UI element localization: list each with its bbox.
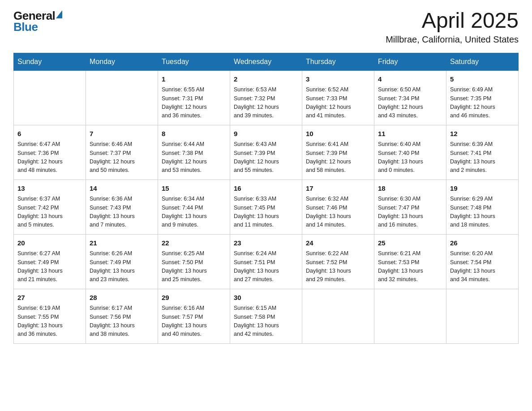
calendar-cell: 26Sunrise: 6:20 AM Sunset: 7:54 PM Dayli…	[446, 234, 519, 289]
day-info: Sunrise: 6:29 AM Sunset: 7:48 PM Dayligh…	[450, 195, 515, 230]
weekday-header-friday: Friday	[374, 53, 446, 70]
calendar-cell	[302, 289, 374, 343]
calendar-week-row: 27Sunrise: 6:19 AM Sunset: 7:55 PM Dayli…	[14, 289, 519, 343]
calendar-cell: 18Sunrise: 6:30 AM Sunset: 7:47 PM Dayli…	[374, 180, 446, 234]
day-info: Sunrise: 6:15 AM Sunset: 7:58 PM Dayligh…	[234, 304, 298, 339]
logo-triangle-icon	[56, 10, 62, 18]
calendar-cell	[14, 70, 86, 125]
weekday-header-sunday: Sunday	[14, 53, 86, 70]
day-info: Sunrise: 6:16 AM Sunset: 7:57 PM Dayligh…	[162, 304, 226, 339]
page-header: General Blue April 2025 Millbrae, Califo…	[13, 9, 519, 45]
weekday-header-wednesday: Wednesday	[230, 53, 302, 70]
day-number: 22	[162, 238, 226, 248]
calendar-cell: 9Sunrise: 6:43 AM Sunset: 7:39 PM Daylig…	[230, 125, 302, 180]
weekday-header-thursday: Thursday	[302, 53, 374, 70]
calendar-cell: 27Sunrise: 6:19 AM Sunset: 7:55 PM Dayli…	[14, 289, 86, 343]
day-number: 1	[162, 74, 226, 85]
day-info: Sunrise: 6:21 AM Sunset: 7:53 PM Dayligh…	[378, 249, 442, 284]
weekday-header-saturday: Saturday	[446, 53, 519, 70]
day-info: Sunrise: 6:17 AM Sunset: 7:56 PM Dayligh…	[90, 304, 154, 339]
day-info: Sunrise: 6:40 AM Sunset: 7:40 PM Dayligh…	[378, 140, 442, 175]
day-info: Sunrise: 6:26 AM Sunset: 7:49 PM Dayligh…	[90, 249, 154, 284]
day-number: 21	[90, 238, 154, 248]
calendar-cell: 21Sunrise: 6:26 AM Sunset: 7:49 PM Dayli…	[86, 234, 158, 289]
day-info: Sunrise: 6:27 AM Sunset: 7:49 PM Dayligh…	[17, 249, 82, 284]
calendar-week-row: 1Sunrise: 6:55 AM Sunset: 7:31 PM Daylig…	[14, 70, 519, 125]
calendar-table: SundayMondayTuesdayWednesdayThursdayFrid…	[13, 53, 519, 344]
day-number: 17	[306, 184, 370, 194]
location-title: Millbrae, California, United States	[386, 34, 519, 45]
day-number: 30	[234, 293, 298, 303]
day-info: Sunrise: 6:32 AM Sunset: 7:46 PM Dayligh…	[306, 195, 370, 230]
calendar-cell	[374, 289, 446, 343]
day-number: 16	[234, 184, 298, 194]
day-number: 27	[17, 293, 82, 303]
day-number: 2	[234, 74, 298, 85]
calendar-cell: 10Sunrise: 6:41 AM Sunset: 7:39 PM Dayli…	[302, 125, 374, 180]
calendar-cell: 12Sunrise: 6:39 AM Sunset: 7:41 PM Dayli…	[446, 125, 519, 180]
day-number: 9	[234, 129, 298, 139]
calendar-cell	[446, 289, 519, 343]
day-info: Sunrise: 6:46 AM Sunset: 7:37 PM Dayligh…	[90, 140, 154, 175]
day-number: 14	[90, 184, 154, 194]
calendar-cell: 7Sunrise: 6:46 AM Sunset: 7:37 PM Daylig…	[86, 125, 158, 180]
calendar-cell	[86, 70, 158, 125]
day-number: 12	[450, 129, 515, 139]
weekday-header-tuesday: Tuesday	[158, 53, 230, 70]
day-number: 23	[234, 238, 298, 248]
day-number: 20	[17, 238, 82, 248]
day-info: Sunrise: 6:24 AM Sunset: 7:51 PM Dayligh…	[234, 249, 298, 284]
weekday-header-monday: Monday	[86, 53, 158, 70]
day-number: 25	[378, 238, 442, 248]
day-number: 28	[90, 293, 154, 303]
day-info: Sunrise: 6:36 AM Sunset: 7:43 PM Dayligh…	[90, 195, 154, 230]
day-number: 18	[378, 184, 442, 194]
day-info: Sunrise: 6:55 AM Sunset: 7:31 PM Dayligh…	[162, 86, 226, 120]
day-info: Sunrise: 6:41 AM Sunset: 7:39 PM Dayligh…	[306, 140, 370, 175]
calendar-cell: 28Sunrise: 6:17 AM Sunset: 7:56 PM Dayli…	[86, 289, 158, 343]
day-info: Sunrise: 6:37 AM Sunset: 7:42 PM Dayligh…	[17, 195, 82, 230]
calendar-cell: 2Sunrise: 6:53 AM Sunset: 7:32 PM Daylig…	[230, 70, 302, 125]
day-info: Sunrise: 6:39 AM Sunset: 7:41 PM Dayligh…	[450, 140, 515, 175]
day-number: 15	[162, 184, 226, 194]
day-info: Sunrise: 6:49 AM Sunset: 7:35 PM Dayligh…	[450, 86, 515, 120]
day-number: 7	[90, 129, 154, 139]
calendar-cell: 20Sunrise: 6:27 AM Sunset: 7:49 PM Dayli…	[14, 234, 86, 289]
day-info: Sunrise: 6:25 AM Sunset: 7:50 PM Dayligh…	[162, 249, 226, 284]
logo: General Blue	[13, 9, 62, 34]
day-number: 10	[306, 129, 370, 139]
day-info: Sunrise: 6:44 AM Sunset: 7:38 PM Dayligh…	[162, 140, 226, 175]
calendar-cell: 19Sunrise: 6:29 AM Sunset: 7:48 PM Dayli…	[446, 180, 519, 234]
calendar-cell: 24Sunrise: 6:22 AM Sunset: 7:52 PM Dayli…	[302, 234, 374, 289]
calendar-cell: 1Sunrise: 6:55 AM Sunset: 7:31 PM Daylig…	[158, 70, 230, 125]
title-block: April 2025 Millbrae, California, United …	[386, 9, 519, 45]
calendar-cell: 22Sunrise: 6:25 AM Sunset: 7:50 PM Dayli…	[158, 234, 230, 289]
day-info: Sunrise: 6:50 AM Sunset: 7:34 PM Dayligh…	[378, 86, 442, 120]
day-info: Sunrise: 6:47 AM Sunset: 7:36 PM Dayligh…	[17, 140, 82, 175]
day-info: Sunrise: 6:19 AM Sunset: 7:55 PM Dayligh…	[17, 304, 82, 339]
day-info: Sunrise: 6:30 AM Sunset: 7:47 PM Dayligh…	[378, 195, 442, 230]
calendar-week-row: 20Sunrise: 6:27 AM Sunset: 7:49 PM Dayli…	[14, 234, 519, 289]
day-info: Sunrise: 6:20 AM Sunset: 7:54 PM Dayligh…	[450, 249, 515, 284]
calendar-cell: 13Sunrise: 6:37 AM Sunset: 7:42 PM Dayli…	[14, 180, 86, 234]
calendar-cell: 29Sunrise: 6:16 AM Sunset: 7:57 PM Dayli…	[158, 289, 230, 343]
day-info: Sunrise: 6:22 AM Sunset: 7:52 PM Dayligh…	[306, 249, 370, 284]
day-info: Sunrise: 6:52 AM Sunset: 7:33 PM Dayligh…	[306, 86, 370, 120]
calendar-cell: 17Sunrise: 6:32 AM Sunset: 7:46 PM Dayli…	[302, 180, 374, 234]
calendar-cell: 3Sunrise: 6:52 AM Sunset: 7:33 PM Daylig…	[302, 70, 374, 125]
calendar-cell: 16Sunrise: 6:33 AM Sunset: 7:45 PM Dayli…	[230, 180, 302, 234]
day-number: 8	[162, 129, 226, 139]
day-number: 3	[306, 74, 370, 85]
day-number: 29	[162, 293, 226, 303]
calendar-cell: 15Sunrise: 6:34 AM Sunset: 7:44 PM Dayli…	[158, 180, 230, 234]
day-info: Sunrise: 6:43 AM Sunset: 7:39 PM Dayligh…	[234, 140, 298, 175]
calendar-cell: 25Sunrise: 6:21 AM Sunset: 7:53 PM Dayli…	[374, 234, 446, 289]
month-title: April 2025	[386, 9, 519, 33]
day-number: 5	[450, 74, 515, 85]
day-number: 26	[450, 238, 515, 248]
day-number: 6	[17, 129, 82, 139]
day-info: Sunrise: 6:53 AM Sunset: 7:32 PM Dayligh…	[234, 86, 298, 120]
calendar-cell: 6Sunrise: 6:47 AM Sunset: 7:36 PM Daylig…	[14, 125, 86, 180]
day-number: 24	[306, 238, 370, 248]
calendar-cell: 30Sunrise: 6:15 AM Sunset: 7:58 PM Dayli…	[230, 289, 302, 343]
